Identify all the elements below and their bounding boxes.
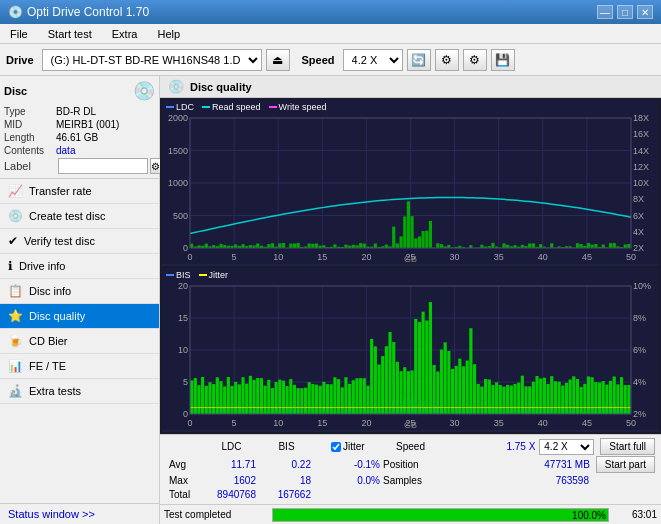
read-speed-legend-label: Read speed xyxy=(212,102,261,112)
status-text: Test completed xyxy=(164,509,264,520)
total-label: Total xyxy=(166,488,204,501)
bis-legend-dot xyxy=(166,274,174,276)
disc-quality-icon: ⭐ xyxy=(8,309,23,323)
position-value: 47731 MB xyxy=(544,459,590,470)
disc-panel: Disc 💿 Type BD-R DL MID MEIRB1 (001) Len… xyxy=(0,76,159,179)
sidebar-label-drive-info: Drive info xyxy=(19,260,65,272)
top-chart: LDC Read speed Write speed xyxy=(162,100,659,266)
max-empty xyxy=(314,474,328,487)
save-button[interactable]: 💾 xyxy=(491,49,515,71)
titlebar: 💿 Opti Drive Control 1.70 — □ ✕ xyxy=(0,0,661,24)
progress-bar-fill xyxy=(273,509,608,521)
total-empty xyxy=(314,488,328,501)
sidebar-label-disc-quality: Disc quality xyxy=(29,310,85,322)
samples-label: Samples xyxy=(383,475,422,486)
maximize-button[interactable]: □ xyxy=(617,5,633,19)
time-display: 63:01 xyxy=(617,509,657,520)
disc-type-label: Type xyxy=(4,106,56,117)
total-bis: 167662 xyxy=(259,488,314,501)
stats-panel: LDC BIS Jitter Speed 1.75 X 4.2 X xyxy=(160,434,661,504)
avg-jitter: -0.1% xyxy=(328,458,383,471)
menu-help[interactable]: Help xyxy=(151,26,186,42)
disc-label-label: Label xyxy=(4,160,56,172)
disc-length-row: Length 46.61 GB xyxy=(4,132,155,143)
bottom-chart-canvas xyxy=(162,268,659,430)
start-full-button[interactable]: Start full xyxy=(600,438,655,455)
sidebar-label-verify-test-disc: Verify test disc xyxy=(24,235,95,247)
toolbar: Drive (G:) HL-DT-ST BD-RE WH16NS48 1.D3 … xyxy=(0,44,661,76)
status-window-label: Status window >> xyxy=(8,508,95,520)
sidebar-item-create-test-disc[interactable]: 💿 Create test disc xyxy=(0,204,159,229)
max-label: Max xyxy=(166,474,204,487)
disc-label-input[interactable] xyxy=(58,158,148,174)
stats-speed-select[interactable]: 4.2 X xyxy=(539,439,594,455)
avg-bis: 0.22 xyxy=(259,458,314,471)
disc-mid-value: MEIRB1 (001) xyxy=(56,119,119,130)
write-speed-legend-dot xyxy=(269,106,277,108)
bis-legend-label: BIS xyxy=(176,270,191,280)
fe-te-icon: 📊 xyxy=(8,359,23,373)
speed-label: Speed xyxy=(302,54,335,66)
disc-type-row: Type BD-R DL xyxy=(4,106,155,117)
col-header-check xyxy=(314,440,328,453)
sidebar-label-cd-bier: CD Bier xyxy=(29,335,68,347)
app-icon: 💿 xyxy=(8,5,23,19)
minimize-button[interactable]: — xyxy=(597,5,613,19)
legend-read-speed: Read speed xyxy=(202,102,261,112)
read-speed-legend-dot xyxy=(202,106,210,108)
samples-area: Samples xyxy=(383,474,438,487)
disc-mid-label: MID xyxy=(4,119,56,130)
sidebar-item-verify-test-disc[interactable]: ✔ Verify test disc xyxy=(0,229,159,254)
top-chart-canvas xyxy=(162,100,659,264)
speed-select[interactable]: 4.2 X xyxy=(343,49,403,71)
sidebar-item-transfer-rate[interactable]: 📈 Transfer rate xyxy=(0,179,159,204)
start-part-button[interactable]: Start part xyxy=(596,456,655,473)
app-title: Opti Drive Control 1.70 xyxy=(27,5,149,19)
transfer-rate-icon: 📈 xyxy=(8,184,23,198)
jitter-label: Jitter xyxy=(343,441,365,452)
eject-button[interactable]: ⏏ xyxy=(266,49,290,71)
status-window-link[interactable]: Status window >> xyxy=(0,503,159,524)
disc-quality-header: 💿 Disc quality xyxy=(160,76,661,98)
settings-button2[interactable]: ⚙ xyxy=(463,49,487,71)
jitter-legend-label: Jitter xyxy=(209,270,229,280)
legend-bis: BIS xyxy=(166,270,191,280)
position-label: Position xyxy=(383,459,419,470)
jitter-checkbox[interactable] xyxy=(331,442,341,452)
drive-info-icon: ℹ xyxy=(8,259,13,273)
drive-label: Drive xyxy=(6,54,34,66)
disc-type-value: BD-R DL xyxy=(56,106,96,117)
legend-write-speed: Write speed xyxy=(269,102,327,112)
sidebar-label-transfer-rate: Transfer rate xyxy=(29,185,92,197)
content-area: 💿 Disc quality LDC Read speed xyxy=(160,76,661,524)
sidebar-item-disc-info[interactable]: 📋 Disc info xyxy=(0,279,159,304)
sidebar-label-disc-info: Disc info xyxy=(29,285,71,297)
charts-container: LDC Read speed Write speed xyxy=(160,98,661,434)
menubar: File Start test Extra Help xyxy=(0,24,661,44)
settings-button1[interactable]: ⚙ xyxy=(435,49,459,71)
sidebar-item-disc-quality[interactable]: ⭐ Disc quality xyxy=(0,304,159,329)
sidebar-item-cd-bier[interactable]: 🍺 CD Bier xyxy=(0,329,159,354)
disc-contents-label: Contents xyxy=(4,145,56,156)
avg-label: Avg xyxy=(166,458,204,471)
disc-quality-title: Disc quality xyxy=(190,81,252,93)
drive-select[interactable]: (G:) HL-DT-ST BD-RE WH16NS48 1.D3 xyxy=(42,49,262,71)
disc-panel-header: Disc 💿 xyxy=(4,80,155,102)
sidebar-item-drive-info[interactable]: ℹ Drive info xyxy=(0,254,159,279)
max-jitter: 0.0% xyxy=(328,474,383,487)
sidebar-item-extra-tests[interactable]: 🔬 Extra tests xyxy=(0,379,159,404)
sidebar-item-fe-te[interactable]: 📊 FE / TE xyxy=(0,354,159,379)
disc-contents-row: Contents data xyxy=(4,145,155,156)
sidebar-label-fe-te: FE / TE xyxy=(29,360,66,372)
speed-value-display: 1.75 X xyxy=(506,441,535,452)
titlebar-controls[interactable]: — □ ✕ xyxy=(597,5,653,19)
refresh-button[interactable]: 🔄 xyxy=(407,49,431,71)
menu-extra[interactable]: Extra xyxy=(106,26,144,42)
menu-start-test[interactable]: Start test xyxy=(42,26,98,42)
create-test-disc-icon: 💿 xyxy=(8,209,23,223)
menu-file[interactable]: File xyxy=(4,26,34,42)
ldc-legend-label: LDC xyxy=(176,102,194,112)
disc-label-row: Label ⚙ xyxy=(4,158,155,174)
bottom-chart: BIS Jitter xyxy=(162,268,659,432)
close-button[interactable]: ✕ xyxy=(637,5,653,19)
